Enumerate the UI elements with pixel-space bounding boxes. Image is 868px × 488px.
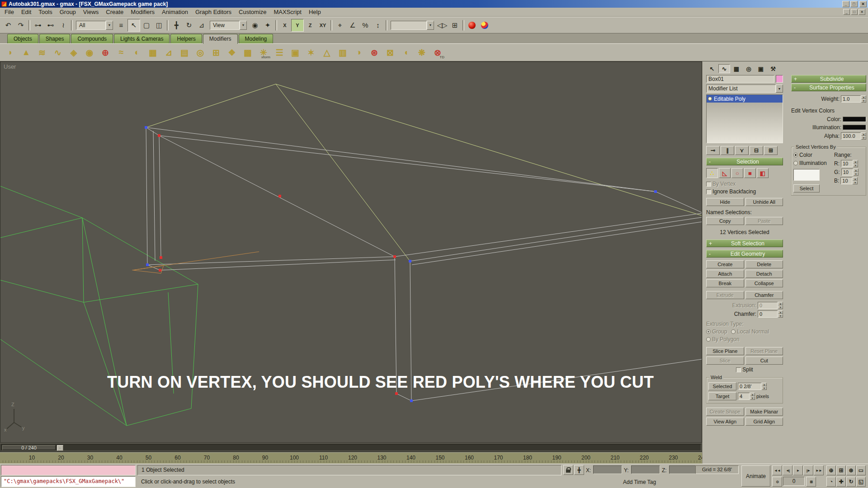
lattice-modifier-button[interactable]: ⊞ [208, 45, 224, 60]
extrusion-spinner[interactable]: 0 [758, 302, 783, 309]
weld-threshold-value[interactable]: 0 2/8' [738, 383, 761, 390]
spinner-arrows-icon[interactable] [853, 177, 858, 184]
menu-modifiers[interactable]: Modifiers [127, 8, 158, 16]
displace-modifier-button[interactable]: ▩ [240, 45, 255, 60]
bend-modifier-button[interactable]: ◗ [3, 45, 18, 60]
spinner-arrows-icon[interactable] [762, 383, 767, 390]
menu-create[interactable]: Create [102, 8, 127, 16]
spinner-arrows-icon[interactable] [861, 95, 866, 103]
extrude-button[interactable]: Extrude [706, 291, 744, 299]
selection-lock-toggle[interactable] [563, 465, 573, 475]
percent-snap-button[interactable]: % [359, 19, 372, 32]
close-button[interactable]: ✕ [859, 1, 867, 7]
object-name-field[interactable]: Box01 [706, 75, 774, 83]
menu-tools[interactable]: Tools [35, 8, 56, 16]
surface-properties-rollout-header[interactable]: - Surface Properties [791, 84, 866, 91]
subdivide-rollout-header[interactable]: + Subdivide [791, 75, 866, 83]
tab-modifiers[interactable]: Modifiers [203, 34, 238, 44]
rectangular-selection-region-button[interactable]: ▢ [140, 19, 153, 32]
element-select-button[interactable]: ◧ [757, 168, 769, 178]
extrusion-value[interactable]: 0 [758, 302, 778, 309]
select-and-rotate-button[interactable]: ↻ [183, 19, 195, 32]
unhide-all-button[interactable]: Unhide All [745, 198, 783, 206]
spinner-snap-button[interactable]: ↕ [372, 19, 384, 32]
named-selection-sets-dropdown[interactable] [391, 20, 434, 30]
go-to-start-button[interactable]: ◄◄ [772, 465, 782, 475]
mdi-restore-button[interactable]: □ [851, 9, 858, 15]
restrict-z-button[interactable]: Z [304, 19, 316, 32]
min-max-toggle-button[interactable]: ◱ [856, 477, 866, 487]
display-panel-tab[interactable]: ▣ [755, 64, 767, 73]
collapse-button[interactable]: Collapse [745, 279, 783, 287]
copy-named-selection-button[interactable]: Copy [706, 217, 744, 225]
show-end-result-button[interactable]: ∥ [721, 146, 734, 155]
symmetry-modifier-button[interactable]: ◑ [351, 45, 366, 60]
snap-toggle-button[interactable]: ⌖ [334, 19, 346, 32]
create-button[interactable]: Create [706, 260, 744, 268]
spherify-modifier-button[interactable]: ◎ [193, 45, 208, 60]
tab-compounds[interactable]: Compounds [71, 34, 113, 43]
zoom-extents-all-button[interactable]: ⊛ [846, 465, 856, 475]
vertex-select-button[interactable]: ∴ [706, 168, 718, 178]
next-frame-button[interactable]: |► [803, 465, 813, 475]
edit-mesh-modifier-button[interactable]: ▣ [288, 45, 303, 60]
create-panel-tab[interactable]: ↖ [706, 64, 718, 73]
pan-button[interactable]: ✚ [836, 477, 846, 487]
illumination-radio[interactable] [793, 161, 798, 165]
go-to-end-button[interactable]: ►► [814, 465, 824, 475]
split-checkbox[interactable] [736, 367, 741, 372]
zoom-extents-button[interactable]: ⊞ [836, 465, 846, 475]
dropdown-arrow-icon[interactable] [776, 84, 783, 93]
spinner-arrows-icon[interactable] [750, 393, 755, 400]
zoom-button[interactable]: ⊕ [826, 465, 836, 475]
weight-spinner[interactable]: 1.0 [841, 95, 866, 103]
create-shape-button[interactable]: Create Shape [706, 408, 744, 416]
cut-button[interactable]: Cut [745, 357, 783, 365]
restrict-x-button[interactable]: X [278, 19, 291, 32]
absolute-offset-toggle[interactable]: ╋ [574, 465, 584, 475]
soft-selection-rollout-header[interactable]: + Soft Selection [706, 239, 783, 247]
menu-edit[interactable]: Edit [18, 8, 35, 16]
mdi-close-button[interactable]: ✕ [859, 9, 865, 15]
edge-select-button[interactable]: ◺ [719, 168, 731, 178]
noise-modifier-button[interactable]: ∿ [50, 45, 66, 60]
twist-modifier-button[interactable]: ≋ [34, 45, 50, 60]
render-button[interactable]: ● [478, 19, 491, 32]
unwrap-uvw-modifier-button[interactable]: ⊛ [367, 45, 382, 60]
menu-maxscript[interactable]: MAXScript [270, 8, 305, 16]
time-slider-handle[interactable]: 0 / 240 [2, 445, 56, 450]
range-color-swatch[interactable] [793, 169, 820, 181]
add-time-tag[interactable]: Add Time Tag [623, 479, 656, 485]
weld-target-value[interactable]: 4 [738, 393, 750, 400]
previous-frame-button[interactable]: ◄| [783, 465, 793, 475]
delete-button[interactable]: Delete [745, 260, 783, 268]
select-and-link-button[interactable]: ⊶ [32, 19, 44, 32]
g-spinner[interactable]: 10 [841, 169, 859, 176]
vertex-color-swatch[interactable] [843, 117, 866, 122]
undo-button[interactable]: ↶ [2, 19, 14, 32]
skew-modifier-button[interactable]: ⊿ [161, 45, 176, 60]
animate-button[interactable]: Animate [741, 465, 770, 487]
b-spinner[interactable]: 10 [840, 177, 858, 184]
menu-customize[interactable]: Customize [235, 8, 270, 16]
zoom-region-button[interactable]: ▭ [856, 465, 866, 475]
utilities-panel-tab[interactable]: ⚒ [767, 64, 779, 73]
tab-helpers[interactable]: Helpers [170, 34, 202, 43]
select-and-scale-button[interactable]: ⊿ [195, 19, 208, 32]
spinner-arrows-icon[interactable] [861, 132, 866, 140]
pin-stack-button[interactable]: ⊸ [706, 146, 720, 155]
maximize-button[interactable]: □ [850, 1, 858, 7]
current-frame-field[interactable]: 0 [783, 477, 805, 486]
selection-rollout-header[interactable]: - Selection [706, 158, 783, 165]
polygon-select-button[interactable]: ■ [744, 168, 756, 178]
select-object-button[interactable]: ↖ [127, 19, 140, 32]
ripple-modifier-button[interactable]: ◐ [129, 45, 145, 60]
time-slider-track[interactable]: 0 / 240 [1, 444, 701, 451]
weld-threshold-spinner[interactable]: 0 2/8' [738, 383, 767, 390]
uvw-map-modifier-button[interactable]: ⊠ [382, 45, 398, 60]
break-button[interactable]: Break [706, 279, 744, 287]
restrict-y-button[interactable]: Y [291, 19, 304, 32]
border-select-button[interactable]: ○ [731, 168, 743, 178]
y-coordinate-field[interactable] [631, 465, 660, 474]
select-and-manipulate-button[interactable]: ✦ [261, 19, 274, 32]
